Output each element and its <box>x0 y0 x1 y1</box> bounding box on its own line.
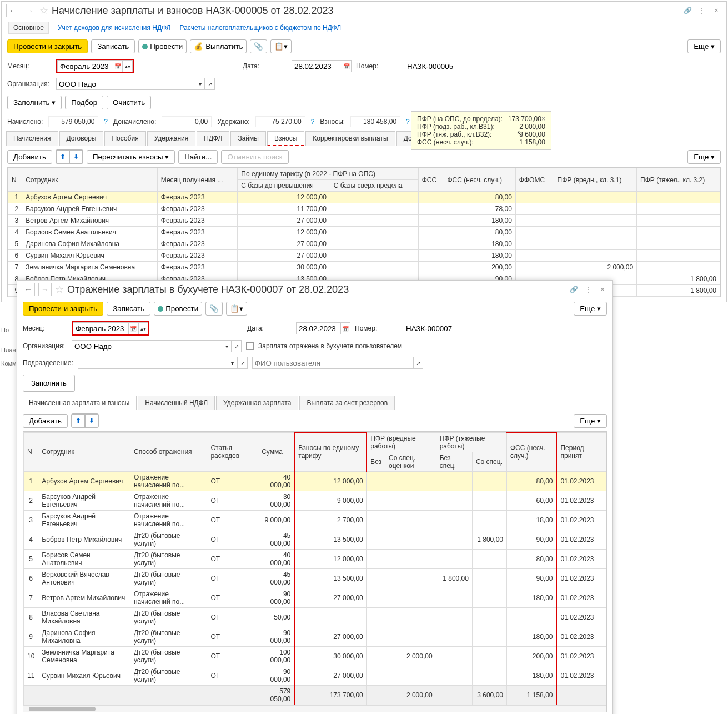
contributions-table: N Сотрудник Месяц получения ... По едино… <box>7 167 721 297</box>
attach2-button[interactable]: 📎 <box>205 302 223 303</box>
cancel-find-button: Отменить поиск <box>221 150 288 164</box>
window2-title: Отражение зарплаты в бухучете НАЗК-00000… <box>67 284 349 296</box>
month-input[interactable] <box>57 60 113 72</box>
move-up-button[interactable]: ⬆ <box>56 150 69 163</box>
post-button[interactable]: Провести <box>138 39 187 53</box>
help3-icon[interactable]: ? <box>406 118 410 126</box>
col-ffoms: ФФОМС <box>515 168 554 192</box>
write2-button[interactable]: Записать <box>107 302 150 303</box>
withheld-value: 75 270,00 <box>255 116 305 127</box>
add-accrued-label: Доначислено: <box>113 118 156 126</box>
col-fss-acc: ФСС (несч. случ.) <box>444 168 515 192</box>
org-input[interactable] <box>56 78 195 90</box>
col-n: N <box>8 168 22 192</box>
report-button[interactable]: 📋▾ <box>270 39 292 53</box>
main-tab[interactable]: Основное <box>8 22 49 34</box>
org-open-icon[interactable]: ↗ <box>205 78 215 90</box>
income-link[interactable]: Учет доходов для исчисления НДФЛ <box>58 24 171 32</box>
tax-link[interactable]: Расчеты налогоплательщиков с бюджетом по… <box>180 24 342 32</box>
pay-button[interactable]: 💰Выплатить <box>190 39 247 53</box>
help-icon[interactable]: ? <box>104 118 108 126</box>
col-pfr-harm: ПФР (вредн., кл. 3.1) <box>554 168 637 192</box>
table-row[interactable]: 2Барсуков Андрей ЕвгеньевичФевраль 20231… <box>8 203 720 215</box>
post2-button[interactable]: Провести <box>154 302 202 303</box>
find-button[interactable]: Найти... <box>178 150 218 164</box>
table-row[interactable]: 6Сурвин Михаил ЮрьевичФевраль 202327 000… <box>8 250 720 262</box>
more-button[interactable]: Еще ▾ <box>687 39 721 53</box>
nav-back2-button[interactable]: ← <box>22 283 35 296</box>
contrib-value: 180 458,00 <box>350 116 400 127</box>
date-input[interactable] <box>292 60 342 72</box>
more2-button[interactable]: Еще ▾ <box>574 302 607 303</box>
main-toolbar: Провести и закрыть Записать Провести 💰Вы… <box>2 36 726 57</box>
col-tariff: По единому тарифу (в 2022 - ПФР на ОПС) <box>238 168 418 180</box>
calendar-icon[interactable]: 📅 <box>113 60 123 72</box>
spinner-icon[interactable]: ▴▾ <box>123 60 133 72</box>
withheld-label: Удержано: <box>217 118 249 126</box>
pay-label: Выплатить <box>205 42 243 51</box>
link-icon[interactable]: 🔗 <box>682 5 693 16</box>
post-icon <box>142 44 148 49</box>
close2-icon[interactable]: × <box>597 284 608 295</box>
post-close2-button[interactable]: Провести и закрыть <box>23 302 103 303</box>
window-title: Начисление зарплаты и взносов НАЗК-00000… <box>52 5 333 17</box>
tab-Начисления[interactable]: Начисления <box>6 131 58 146</box>
favorite-icon[interactable]: ☆ <box>39 4 48 17</box>
post-label: Провести <box>150 42 183 51</box>
close-icon[interactable]: × <box>711 5 722 16</box>
contrib-tooltip: × ПФР (на ОПС, до предела):173 700,00 ПФ… <box>411 111 551 150</box>
pick-button[interactable]: Подбор <box>65 96 103 109</box>
contrib-label: Взносы: <box>320 118 345 126</box>
menu2-icon[interactable]: ⋮ <box>583 284 594 295</box>
tooltip-close-icon[interactable]: × <box>541 115 545 123</box>
nav-forward2-button[interactable]: → <box>38 283 52 296</box>
table-row[interactable]: 3Ветров Артем МихайловичФевраль 202327 0… <box>8 215 720 227</box>
number-label: Номер: <box>356 62 400 70</box>
favorite2-icon[interactable]: ☆ <box>55 283 64 296</box>
tab-Пособия[interactable]: Пособия <box>104 131 145 146</box>
table-row[interactable]: 4Борисов Семен АнатольевичФевраль 202312… <box>8 227 720 238</box>
col-fss: ФСС <box>418 168 444 192</box>
col-month: Месяц получения ... <box>157 168 237 192</box>
tab-Удержания[interactable]: Удержания <box>147 131 196 146</box>
col-pfr-heavy: ПФР (тяжел., кл. 3.2) <box>637 168 720 192</box>
number-input <box>405 60 460 72</box>
recalc-button[interactable]: Пересчитать взносы ▾ <box>87 150 175 164</box>
tab-НДФЛ[interactable]: НДФЛ <box>197 131 229 146</box>
tab-Взносы[interactable]: Взносы <box>267 131 304 146</box>
nav-back-button[interactable]: ← <box>6 4 19 17</box>
link2-icon[interactable]: 🔗 <box>568 284 579 295</box>
write-button[interactable]: Записать <box>91 39 135 53</box>
add-row-button[interactable]: Добавить <box>7 150 52 164</box>
col-base2: С базы сверх предела <box>330 180 418 192</box>
nav-links: Основное Учет доходов для исчисления НДФ… <box>2 19 726 36</box>
attach-button[interactable]: 📎 <box>250 39 267 53</box>
menu-icon[interactable]: ⋮ <box>696 5 707 16</box>
date-label: Дата: <box>243 62 287 70</box>
col-emp: Сотрудник <box>22 168 158 192</box>
clear-button[interactable]: Очистить <box>107 96 151 109</box>
tab-Договоры[interactable]: Договоры <box>59 131 104 146</box>
date-calendar-icon[interactable]: 📅 <box>342 60 352 72</box>
table-row[interactable]: 1Арбузов Артем СергеевичФевраль 202312 0… <box>8 192 720 203</box>
add-accrued-value: 0,00 <box>162 116 212 127</box>
tab-Корректировки выплаты[interactable]: Корректировки выплаты <box>305 131 395 146</box>
table-row[interactable]: 7Земляничка Маргарита СеменовнаФевраль 2… <box>8 262 720 273</box>
help2-icon[interactable]: ? <box>311 118 315 126</box>
month-label: Месяц: <box>7 62 52 70</box>
accrued-value: 579 050,00 <box>48 116 98 127</box>
table-more-button[interactable]: Еще ▾ <box>687 150 721 164</box>
table-row[interactable]: 5Даринова София МихайловнаФевраль 202327… <box>8 238 720 250</box>
titlebar: ← → ☆ Начисление зарплаты и взносов НАЗК… <box>2 2 726 19</box>
post-close-button[interactable]: Провести и закрыть <box>7 39 88 53</box>
tab-Займы[interactable]: Займы <box>230 131 266 146</box>
nav-forward-button[interactable]: → <box>23 4 36 17</box>
org-label: Организация: <box>7 80 52 88</box>
move-down-button[interactable]: ⬇ <box>69 150 83 163</box>
org-dropdown-icon[interactable]: ▾ <box>195 78 205 90</box>
accounting-window: ← → ☆ Отражение зарплаты в бухучете НАЗК… <box>17 280 613 303</box>
report2-button[interactable]: 📋▾ <box>226 302 247 303</box>
col-base1: С базы до превышения <box>238 180 330 192</box>
fill-button[interactable]: Заполнить ▾ <box>7 96 62 109</box>
accrued-label: Начислено: <box>7 118 43 126</box>
